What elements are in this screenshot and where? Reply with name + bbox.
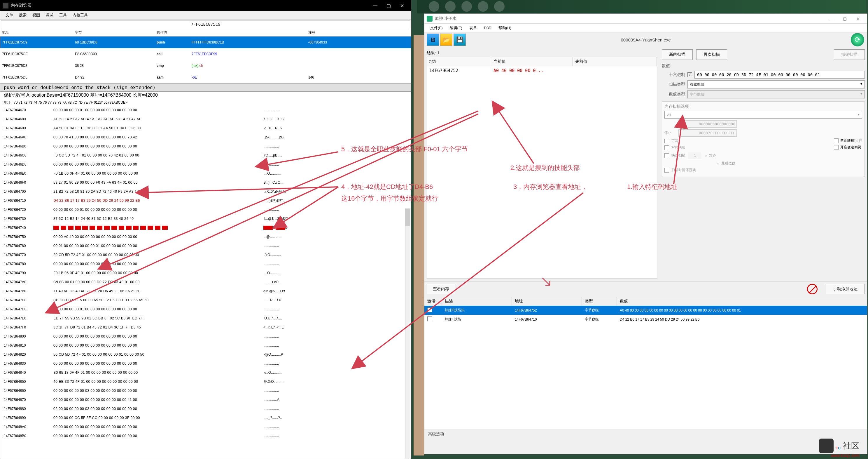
disable-random-checkbox[interactable] <box>834 138 839 143</box>
advanced-options[interactable]: 高级选项 <box>424 429 867 439</box>
menu-item[interactable]: 文件(F) <box>427 24 446 32</box>
menu-item[interactable]: 表单 <box>466 24 480 32</box>
hex-row[interactable]: 14F67B6475000 00 A0 40 00 00 00 00 00 00… <box>0 232 411 241</box>
scan-value-input[interactable] <box>694 71 865 79</box>
enable-speed-checkbox[interactable] <box>834 145 839 150</box>
scan-results-list[interactable]: 地址 当前值 先前值 14F67B64752 A0 40 00 00 00 0.… <box>427 57 657 279</box>
hex-row[interactable]: 14F67B6477020 CD 5D 72 4F 01 00 00 00 00… <box>0 251 411 260</box>
hex-row[interactable]: 14F67B64840B0 65 18 0F 4F 01 00 00 00 00… <box>0 368 411 377</box>
minimize-button[interactable]: — <box>368 0 382 11</box>
scrollbar[interactable] <box>405 208 410 459</box>
start-address-input[interactable] <box>678 120 737 127</box>
prohibit-icon[interactable] <box>807 284 817 294</box>
new-scan-button[interactable]: 新的扫描 <box>662 49 693 60</box>
titlebar: 内存浏览器 — ▢ ✕ <box>0 0 411 11</box>
manual-add-address-button[interactable]: 手动添加地址 <box>826 284 865 294</box>
header-previous: 先前值 <box>573 57 657 66</box>
maximize-button[interactable]: ▢ <box>838 14 851 24</box>
writable-checkbox[interactable] <box>664 139 669 143</box>
hex-row[interactable]: 14F67B6483000 00 00 00 00 00 00 00 00 00… <box>0 359 411 368</box>
memory-browser-window: 内存浏览器 — ▢ ✕ 文件搜索视图调试工具内核工具 地址 字节 操作码 注释 … <box>0 0 411 459</box>
scan-type-select[interactable]: 搜索数组 ▾ <box>687 80 865 88</box>
hex-row[interactable]: 14F67B6485040 EE 33 72 4F 01 00 00 00 00… <box>0 377 411 386</box>
disassembly-row[interactable]: 7FF61EC875D5D4 92aam-6E146 <box>0 71 411 83</box>
scrollbar-thumb[interactable] <box>405 209 410 226</box>
close-button[interactable]: ✕ <box>851 14 865 24</box>
hex-row[interactable]: 14F67B646E0F0 1B 06 0F 4F 01 00 00 00 00… <box>0 169 411 178</box>
hex-row[interactable]: 14F67B646C0F0 CC 5D 72 4F 01 00 00 00 00… <box>0 151 411 160</box>
menu-item[interactable]: 文件 <box>3 11 16 19</box>
address-input[interactable] <box>1 22 410 27</box>
hex-row[interactable]: 14F67B648A000 00 00 00 00 00 00 00 00 00… <box>0 423 411 432</box>
hex-row[interactable]: 14F67B6486000 00 00 00 00 00 03 00 00 00… <box>0 386 411 395</box>
hex-row[interactable]: 14F67B646D000 00 00 00 00 00 00 00 00 00… <box>0 160 411 169</box>
hex-row[interactable]: 14F67B64690AA 50 01 0A E1 EE 36 80 E1 AA… <box>0 124 411 133</box>
hex-row[interactable]: 14F67B646F053 27 01 80 29 00 00 00 F0 43… <box>0 178 411 187</box>
disassembly-row[interactable]: 7FF61EC875CEE8 C6690B00call7FF61ED3DF99 <box>0 48 411 60</box>
hex-row[interactable]: 14F67B647E0ED 7F 55 9B 55 9B 02 5C BB 8F… <box>0 314 411 323</box>
fast-scan-value-input[interactable] <box>688 152 702 159</box>
pause-game-checkbox[interactable] <box>664 168 669 173</box>
menu-item[interactable]: 帮助(H) <box>495 24 515 32</box>
hex-row[interactable]: 14F67B646A000 00 70 41 00 00 00 00 00 00… <box>0 133 411 142</box>
menu-item[interactable]: 编辑(E) <box>446 24 466 32</box>
menu-item[interactable]: 工具 <box>56 11 70 19</box>
address-list-row[interactable]: 妹妹E技能头14F67B64752字节数组A0 40 00 00 00 00 0… <box>424 306 867 315</box>
disassembly-list[interactable]: 7FF61EC875C968 1BBC39D8pushFFFFFFFD839BC… <box>0 36 411 83</box>
hex-checkbox[interactable] <box>687 73 692 77</box>
fast-scan-checkbox[interactable] <box>664 153 669 158</box>
right-side-options: 禁止随机 开启变速精灵 <box>834 136 861 151</box>
hex-row[interactable]: 14F67B6470021 B2 72 58 10 81 30 2A 8D 72… <box>0 187 411 196</box>
memory-region-select[interactable]: All ▾ <box>664 111 862 119</box>
hex-row[interactable]: 14F67B647C0CB CC FB F2 E5 00 00 A5 50 F2… <box>0 296 411 305</box>
open-button[interactable]: 📂 <box>440 34 453 46</box>
hex-view[interactable]: 保护:读/写 AllocationBase=14F67150000 基址=14F… <box>0 92 411 440</box>
address-list-row[interactable]: 妹妹E技能14F67B64710字节数组D4 22 B6 17 17 B3 29… <box>424 315 867 324</box>
save-button[interactable]: 💾 <box>454 34 466 46</box>
close-button[interactable]: ✕ <box>395 0 409 11</box>
hex-row[interactable]: 14F67B6472000 00 00 00 00 01 00 00 00 00… <box>0 205 411 214</box>
hex-row[interactable]: 14F67B6481000 00 00 00 00 00 00 00 00 00… <box>0 341 411 350</box>
hex-row[interactable]: 14F67B6478000 00 00 00 00 00 00 00 00 00… <box>0 260 411 269</box>
hex-row[interactable]: 14F67B6476000 01 00 00 00 00 00 00 01 00… <box>0 241 411 251</box>
hex-row[interactable]: 14F67B647F03C 1F 7F D8 72 01 B4 45 72 01… <box>0 323 411 332</box>
hex-row[interactable]: 14F67B646B000 00 00 00 00 00 00 00 00 00… <box>0 142 411 151</box>
hex-row[interactable]: 14F67B6487000 00 00 00 00 00 00 00 00 00… <box>0 395 411 404</box>
value-type-select[interactable]: 字节数组 ▾ <box>687 90 865 98</box>
hex-row[interactable]: 14F67B6467000 00 00 00 00 01 00 00 00 00… <box>0 106 411 115</box>
menu-item[interactable]: 视图 <box>29 11 43 19</box>
copyonwrite-checkbox[interactable] <box>664 145 669 150</box>
hex-row[interactable]: 14F67B6473087 6C 12 B2 14 24 40 87 6C 12… <box>0 214 411 223</box>
hex-row[interactable]: 14F67B648B000 00 00 00 00 00 00 00 00 00… <box>0 432 411 440</box>
next-scan-button[interactable]: 再次扫描 <box>696 49 727 60</box>
hex-row[interactable]: 14F67B6482050 CD 5D 72 4F 01 00 00 00 00… <box>0 350 411 359</box>
minimize-button[interactable]: — <box>825 14 838 24</box>
result-row[interactable]: 14F67B64752 A0 40 00 00 00 0... <box>427 66 657 75</box>
disassembly-row[interactable]: 7FF61EC875D338 28cmp[rax],ch <box>0 60 411 71</box>
hex-row[interactable]: 14F67B64790F0 1B 06 0F 4F 01 00 00 00 00… <box>0 269 411 278</box>
stop-address-input[interactable] <box>678 130 737 137</box>
activate-checkbox[interactable] <box>427 308 432 312</box>
hex-row[interactable]: 14F67B64710D4 22 B6 17 17 B3 29 24 50 DD… <box>0 196 411 205</box>
menu-item[interactable]: 搜索 <box>16 11 29 19</box>
hex-row[interactable]: 14F67B6488002 00 00 00 00 00 03 00 00 00… <box>0 404 411 413</box>
hex-row[interactable]: 14F67B6489000 00 00 00 CC 5F 3F CC 00 00… <box>0 413 411 423</box>
select-process-button[interactable]: 🖥 <box>427 34 439 46</box>
cheat-engine-logo-icon[interactable]: ⟳ <box>851 33 864 47</box>
view-memory-button[interactable]: 查看内存 <box>427 284 455 294</box>
menu-item[interactable]: D3D <box>480 25 495 31</box>
hex-row[interactable]: 14F67B647D000 00 00 00 00 01 00 00 00 00… <box>0 305 411 314</box>
process-name: 000009A4-YuanShen.exe <box>621 37 671 42</box>
activate-checkbox[interactable] <box>427 317 432 321</box>
menu-item[interactable]: 内核工具 <box>70 11 91 19</box>
undo-scan-button[interactable]: 撤销扫描 <box>834 49 865 60</box>
menu-item[interactable]: 调试 <box>43 11 56 19</box>
hex-row[interactable]: 14F67B64740XX XX XX XX XX XX XX XX XX XX… <box>0 223 411 232</box>
maximize-button[interactable]: ▢ <box>382 0 395 11</box>
hex-row[interactable]: 14F67B64680AE 58 14 21 A2 AC 47 AE A2 AC… <box>0 115 411 124</box>
hex-row[interactable]: 14F67B647A0C9 8B 00 01 00 00 00 00 D0 72… <box>0 278 411 287</box>
address-list[interactable]: 激活 描述 地址 类型 数值 妹妹E技能头14F67B64752字节数组A0 4… <box>424 297 867 429</box>
hex-row[interactable]: 14F67B6480000 00 00 00 00 00 00 00 00 00… <box>0 332 411 341</box>
hex-row[interactable]: 14F67B647B071 49 6E D3 40 4E 2C A1 20 D6… <box>0 287 411 296</box>
disassembly-row[interactable]: 7FF61EC875C968 1BBC39D8pushFFFFFFFD839BC… <box>0 36 411 48</box>
